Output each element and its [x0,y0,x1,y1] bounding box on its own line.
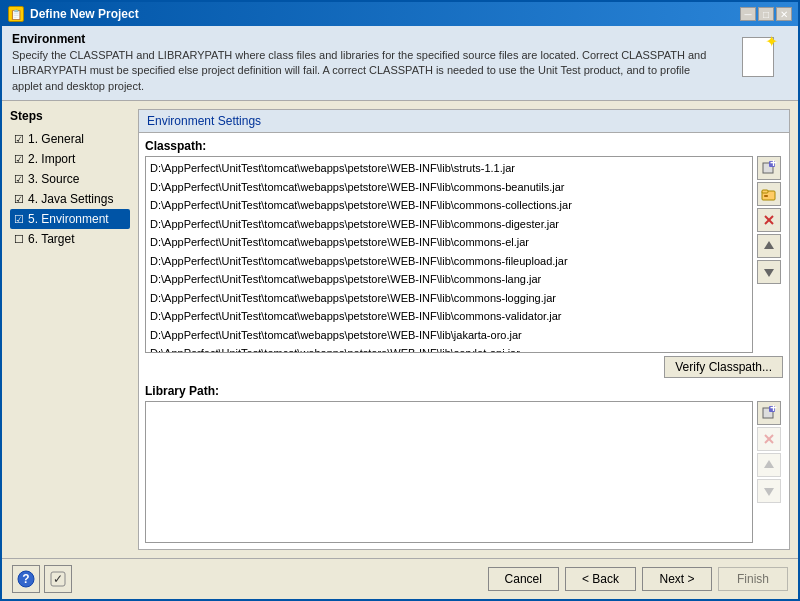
library-down-button[interactable] [757,479,781,503]
step-item-5[interactable]: ☑ 5. Environment [10,209,130,229]
library-up-button[interactable] [757,453,781,477]
section-header: Environment Specify the CLASSPATH and LI… [2,26,798,101]
star-decoration: ✦ [765,32,778,51]
svg-marker-9 [764,241,774,249]
window-controls: ─ □ ✕ [740,7,792,21]
info-button[interactable]: ✓ [44,565,72,593]
footer-left-buttons: ? ✓ [12,565,72,593]
svg-rect-4 [762,190,768,193]
env-content: Classpath: D:\AppPerfect\UnitTest\tomcat… [139,133,789,549]
footer: ? ✓ Cancel < Back Next > Finish [2,558,798,599]
steps-panel: Steps ☑ 1. General ☑ 2. Import ☑ 3. Sour… [10,109,130,550]
step-label-3: 3. Source [28,172,79,186]
step-label-5: 5. Environment [28,212,109,226]
library-list-container: + [145,401,783,543]
back-button[interactable]: < Back [565,567,636,591]
verify-btn-row: Verify Classpath... [145,356,783,378]
classpath-add-button[interactable]: + [757,156,781,180]
step-check-4: ☑ [14,193,24,206]
classpath-list-container: D:\AppPerfect\UnitTest\tomcat\webapps\pe… [145,156,783,353]
library-buttons: + [757,401,783,543]
svg-text:?: ? [22,572,29,586]
main-content: Steps ☑ 1. General ☑ 2. Import ☑ 3. Sour… [2,101,798,558]
list-item[interactable]: D:\AppPerfect\UnitTest\tomcat\webapps\pe… [148,326,750,345]
step-item-6[interactable]: ☐ 6. Target [10,229,130,249]
list-item[interactable]: D:\AppPerfect\UnitTest\tomcat\webapps\pe… [148,270,750,289]
classpath-label: Classpath: [145,139,783,153]
library-add-button[interactable]: + [757,401,781,425]
svg-text:+: + [770,160,777,170]
title-bar: 📋 Define New Project ─ □ ✕ [2,2,798,26]
section-description: Specify the CLASSPATH and LIBRARYPATH wh… [12,48,718,94]
step-check-5: ☑ [14,213,24,226]
env-settings-header: Environment Settings [139,110,789,133]
step-item-3[interactable]: ☑ 3. Source [10,169,130,189]
classpath-delete-button[interactable] [757,208,781,232]
library-path-label: Library Path: [145,384,783,398]
library-delete-button[interactable] [757,427,781,451]
list-item[interactable]: D:\AppPerfect\UnitTest\tomcat\webapps\pe… [148,344,750,353]
classpath-up-button[interactable] [757,234,781,258]
help-button[interactable]: ? [12,565,40,593]
finish-button[interactable]: Finish [718,567,788,591]
cancel-button[interactable]: Cancel [488,567,559,591]
svg-text:✓: ✓ [53,572,63,586]
step-label-6: 6. Target [28,232,74,246]
verify-classpath-button[interactable]: Verify Classpath... [664,356,783,378]
minimize-button[interactable]: ─ [740,7,756,21]
step-label-1: 1. General [28,132,84,146]
maximize-button[interactable]: □ [758,7,774,21]
window-icon: 📋 [8,6,24,22]
step-label-4: 4. Java Settings [28,192,113,206]
step-item-2[interactable]: ☑ 2. Import [10,149,130,169]
list-item[interactable]: D:\AppPerfect\UnitTest\tomcat\webapps\pe… [148,178,750,197]
classpath-buttons: + [757,156,783,353]
step-check-2: ☑ [14,153,24,166]
list-item[interactable]: D:\AppPerfect\UnitTest\tomcat\webapps\pe… [148,215,750,234]
next-button[interactable]: Next > [642,567,712,591]
classpath-down-button[interactable] [757,260,781,284]
svg-marker-16 [764,460,774,468]
svg-text:+: + [770,405,777,415]
main-window: 📋 Define New Project ─ □ ✕ Environment S… [0,0,800,601]
library-listbox[interactable] [145,401,753,543]
step-check-1: ☑ [14,133,24,146]
step-label-2: 2. Import [28,152,75,166]
list-item[interactable]: D:\AppPerfect\UnitTest\tomcat\webapps\pe… [148,289,750,308]
step-check-3: ☑ [14,173,24,186]
section-title: Environment [12,32,85,46]
svg-marker-10 [764,269,774,277]
list-item[interactable]: D:\AppPerfect\UnitTest\tomcat\webapps\pe… [148,159,750,178]
document-icon: ✦ [738,32,778,82]
classpath-listbox[interactable]: D:\AppPerfect\UnitTest\tomcat\webapps\pe… [145,156,753,353]
step-item-1[interactable]: ☑ 1. General [10,129,130,149]
right-panel: Environment Settings Classpath: D:\AppPe… [138,109,790,550]
close-button[interactable]: ✕ [776,7,792,21]
header-icon: ✦ [728,32,788,82]
list-item[interactable]: D:\AppPerfect\UnitTest\tomcat\webapps\pe… [148,233,750,252]
classpath-open-button[interactable] [757,182,781,206]
list-item[interactable]: D:\AppPerfect\UnitTest\tomcat\webapps\pe… [148,307,750,326]
steps-title: Steps [10,109,130,123]
svg-marker-17 [764,488,774,496]
list-item[interactable]: D:\AppPerfect\UnitTest\tomcat\webapps\pe… [148,252,750,271]
step-check-6: ☐ [14,233,24,246]
window-title: Define New Project [30,7,734,21]
step-item-4[interactable]: ☑ 4. Java Settings [10,189,130,209]
library-section: Library Path: + [145,384,783,543]
classpath-section: Classpath: D:\AppPerfect\UnitTest\tomcat… [145,139,783,378]
list-item[interactable]: D:\AppPerfect\UnitTest\tomcat\webapps\pe… [148,196,750,215]
